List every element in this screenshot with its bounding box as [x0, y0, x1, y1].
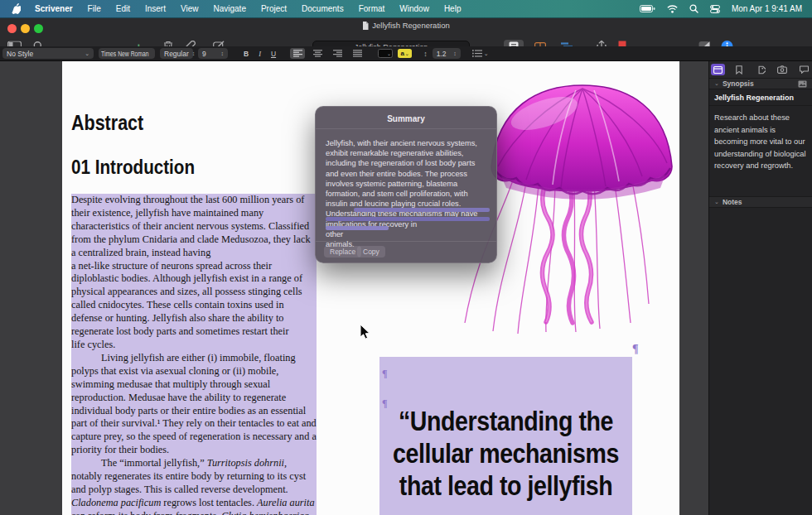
mouse-cursor — [359, 324, 370, 340]
underline-button[interactable]: U — [268, 50, 278, 58]
document-icon — [362, 22, 369, 30]
summary-popup: Summary Jellyfish, with their ancient ne… — [315, 106, 497, 263]
window-title: Jellyfish Regeneration — [0, 21, 812, 30]
pull-quote-selection[interactable]: ¶ ¶ “Understanding the cellular mechanis… — [379, 357, 632, 515]
align-left-button[interactable] — [290, 48, 305, 59]
summary-popup-body: Jellyfish, with their ancient nervous sy… — [326, 138, 490, 249]
control-center-icon[interactable] — [707, 5, 723, 13]
menu-item-format[interactable]: Format — [351, 0, 393, 18]
apple-icon — [12, 3, 21, 14]
pilcrow-mark: ¶ — [632, 343, 639, 356]
apple-menu[interactable] — [0, 3, 27, 14]
scrivener-app: Scrivener File Edit Insert View Navigate… — [0, 0, 812, 515]
synopsis-image-toggle[interactable] — [798, 80, 807, 88]
loading-bar — [326, 217, 490, 221]
line-spacing-icon: ↕ — [423, 50, 428, 58]
inspector-panel: ⌄ Synopsis Jellyfish Regeneration Resear… — [708, 61, 812, 515]
menu-item-navigate[interactable]: Navigate — [205, 0, 253, 18]
chevron-down-icon: ⌄ — [387, 51, 391, 56]
align-justify-button[interactable] — [350, 48, 365, 59]
notes-section-header[interactable]: ⌄ Notes — [709, 196, 812, 208]
loading-bar — [326, 226, 389, 230]
chevron-down-icon: ⌄ — [484, 51, 489, 57]
menu-item-view[interactable]: View — [173, 0, 206, 18]
battery-icon[interactable] — [636, 5, 659, 12]
highlight-a-glyph: a — [400, 50, 404, 57]
synopsis-empty-space — [709, 178, 812, 196]
divider — [316, 241, 496, 242]
align-right-button[interactable] — [330, 48, 345, 59]
line-spacing-stepper[interactable]: 1.2↕ — [433, 48, 461, 59]
menu-clock[interactable]: Mon Apr 1 9:41 AM — [728, 4, 802, 13]
wifi-icon[interactable] — [664, 5, 681, 13]
chevron-down-icon: ⌄ — [405, 51, 409, 56]
menu-item-edit[interactable]: Edit — [109, 0, 138, 18]
tab-comments[interactable] — [797, 64, 811, 75]
body-text-selection[interactable]: Despite evolving throughout the last 600… — [71, 194, 317, 515]
paragraph[interactable]: Living jellyfish are either (i) immobile… — [71, 352, 317, 457]
synopsis-body-field[interactable]: Research about these ancient animals is … — [709, 106, 812, 178]
format-bar: No Style⌄ Times New Roman↕ Regular↕ 9↕ B… — [0, 46, 812, 61]
window-title-bar: Jellyfish Regeneration ⌄ ⌄ + ⌄ ⌄ Jellyfi… — [0, 18, 812, 46]
font-weight-value: Regular — [164, 50, 189, 58]
highlight-color-well[interactable]: a⌄ — [398, 49, 412, 58]
italic-button[interactable]: I — [256, 50, 263, 58]
style-dropdown[interactable]: No Style⌄ — [2, 48, 94, 59]
pilcrow-mark: ¶ — [382, 368, 387, 380]
tab-snapshots[interactable] — [776, 64, 790, 75]
chevron-down-icon: ⌄ — [714, 199, 719, 205]
spotlight-search-icon[interactable] — [686, 4, 702, 13]
heading-introduction: 01 Introduction — [71, 156, 195, 179]
editor-area: Abstract 01 Introduction — [0, 61, 812, 515]
menu-item-insert[interactable]: Insert — [138, 0, 173, 18]
menu-item-project[interactable]: Project — [254, 0, 294, 18]
text-color-well[interactable]: ⌄ — [378, 49, 393, 58]
summary-popup-title: Summary — [316, 114, 496, 123]
notes-header-label: Notes — [723, 198, 742, 206]
chevron-down-icon: ⌄ — [85, 51, 89, 57]
menu-item-documents[interactable]: Documents — [294, 0, 351, 18]
menu-item-file[interactable]: File — [80, 0, 109, 18]
copy-button[interactable]: Copy — [357, 246, 385, 258]
align-center-button[interactable] — [310, 48, 325, 59]
chevron-down-icon: ⌄ — [714, 80, 719, 87]
font-dropdown-value: Times New Roman — [101, 50, 149, 58]
list-format-button[interactable]: ⌄ — [472, 50, 489, 57]
style-dropdown-value: No Style — [7, 50, 33, 58]
synopsis-section-header[interactable]: ⌄ Synopsis — [709, 78, 812, 89]
line-spacing-value: 1.2 — [437, 50, 447, 58]
paragraph[interactable]: The “immortal jellyfish,” Turritopsis do… — [71, 457, 317, 515]
tab-metadata[interactable] — [754, 64, 768, 75]
menu-item-window[interactable]: Window — [392, 0, 437, 18]
heading-abstract: Abstract — [71, 111, 143, 135]
stepper-icon: ↕ — [192, 51, 196, 56]
bold-button[interactable]: B — [241, 50, 251, 58]
inspector-tabs — [709, 61, 812, 78]
tab-notes-synopsis[interactable] — [711, 64, 725, 75]
menu-item-scrivener[interactable]: Scrivener — [27, 0, 80, 18]
divider — [316, 128, 496, 129]
stepper-icon: ↕ — [221, 51, 225, 56]
tab-bookmarks[interactable] — [732, 64, 747, 75]
font-weight-dropdown[interactable]: Regular↕ — [160, 48, 193, 59]
menu-bar: Scrivener File Edit Insert View Navigate… — [0, 0, 812, 18]
loading-bar — [354, 208, 490, 212]
font-size-stepper[interactable]: 9↕ — [198, 48, 228, 59]
stepper-icon: ↕ — [453, 51, 457, 56]
font-dropdown[interactable]: Times New Roman↕ — [99, 48, 155, 59]
menu-item-help[interactable]: Help — [437, 0, 469, 18]
pull-quote-text: “Understanding the cellular mechanisms t… — [386, 405, 626, 502]
replace-button[interactable]: Replace — [324, 246, 361, 258]
synopsis-title-field[interactable]: Jellyfish Regeneration — [709, 89, 812, 106]
font-size-value: 9 — [202, 50, 206, 58]
paragraph[interactable]: Despite evolving throughout the last 600… — [71, 194, 317, 352]
synopsis-header-label: Synopsis — [723, 79, 754, 88]
